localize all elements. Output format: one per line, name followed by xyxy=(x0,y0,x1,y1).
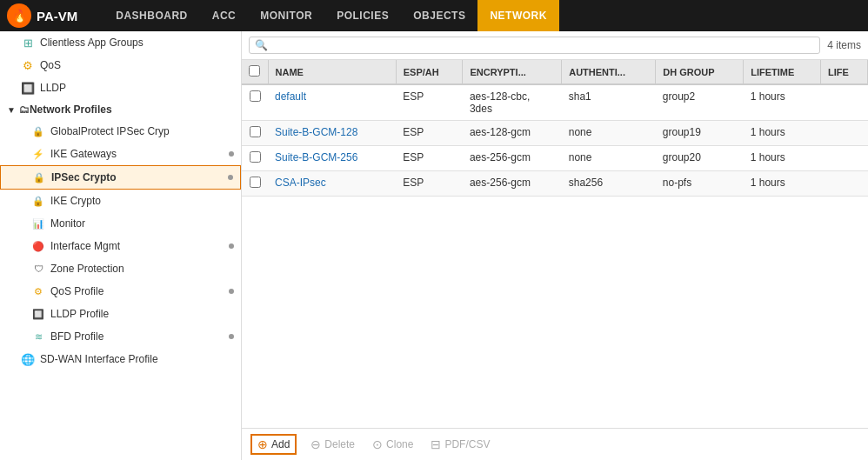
delete-button[interactable]: ⊖ Delete xyxy=(307,436,358,453)
sidebar-item-zone-protection[interactable]: 🛡 Zone Protection xyxy=(0,257,241,280)
row-checkbox-cell xyxy=(242,84,268,121)
sidebar-item-label: Clientless App Groups xyxy=(40,37,144,49)
nav-policies[interactable]: POLICIES xyxy=(324,0,401,31)
add-icon: ⊕ xyxy=(257,437,268,451)
table-row: Suite-B-GCM-128 ESP aes-128-gcm none gro… xyxy=(242,121,868,146)
row-life-0 xyxy=(820,84,867,121)
row-dhgroup-2: group20 xyxy=(656,146,744,171)
table-row: Suite-B-GCM-256 ESP aes-256-gcm none gro… xyxy=(242,146,868,171)
nav-objects[interactable]: OBJECTS xyxy=(401,0,477,31)
row-authentication-0: sha1 xyxy=(562,84,656,121)
sidebar-item-lldp-profile[interactable]: 🔲 LLDP Profile xyxy=(0,303,241,325)
clientless-app-groups-icon: ⊞ xyxy=(21,36,35,50)
col-encryption: ENCRYPTI... xyxy=(463,60,562,84)
clone-button[interactable]: ⊙ Clone xyxy=(369,436,417,453)
nav-network[interactable]: NETWORK xyxy=(477,0,559,31)
nav-dashboard[interactable]: DASHBOARD xyxy=(103,0,200,31)
content-header: 🔍 4 items xyxy=(242,31,868,60)
sidebar-item-label: IKE Crypto xyxy=(50,195,101,207)
monitor-icon: 📊 xyxy=(31,217,45,230)
row-checkbox-3[interactable] xyxy=(250,177,261,188)
row-checkbox-1[interactable] xyxy=(250,126,261,137)
sidebar: ⊞ Clientless App Groups ⚙ QoS 🔲 LLDP ▼ 🗂… xyxy=(0,31,242,460)
sidebar-item-ike-gateways[interactable]: ⚡ IKE Gateways xyxy=(0,143,241,165)
row-checkbox-cell xyxy=(242,121,268,146)
row-lifetime-3: 1 hours xyxy=(744,171,821,197)
row-encryption-3: aes-256-gcm xyxy=(463,171,562,197)
row-life-3 xyxy=(820,171,867,197)
qos-profile-icon: ⚙ xyxy=(31,284,45,298)
nav-acc[interactable]: ACC xyxy=(200,0,249,31)
sidebar-item-ike-crypto[interactable]: 🔒 IKE Crypto xyxy=(0,190,241,212)
clone-icon: ⊙ xyxy=(372,437,383,451)
sidebar-item-label: Interface Mgmt xyxy=(50,240,120,252)
table-row: CSA-IPsec ESP aes-256-gcm sha256 no-pfs … xyxy=(242,171,868,197)
add-button[interactable]: ⊕ Add xyxy=(250,434,297,455)
content-area: 🔍 4 items NAME ESP/AH ENCRYPTI... AUTHEN… xyxy=(242,31,868,460)
top-navigation: 🔥 PA-VM DASHBOARD ACC MONITOR POLICIES O… xyxy=(0,0,868,31)
sidebar-item-clientless-app-groups[interactable]: ⊞ Clientless App Groups xyxy=(0,31,241,54)
dot-indicator xyxy=(229,151,234,157)
row-espah-1: ESP xyxy=(396,121,463,146)
sidebar-item-qos[interactable]: ⚙ QoS xyxy=(0,54,241,77)
chevron-down-icon: ▼ xyxy=(7,105,16,115)
sdwan-icon: 🌐 xyxy=(21,352,35,366)
row-encryption-2: aes-256-gcm xyxy=(463,146,562,171)
sidebar-group-network-profiles[interactable]: ▼ 🗂 Network Profiles xyxy=(0,99,241,120)
table-container: NAME ESP/AH ENCRYPTI... AUTHENTI... DH G… xyxy=(242,60,868,428)
col-authentication: AUTHENTI... xyxy=(562,60,656,84)
search-box[interactable]: 🔍 xyxy=(249,37,820,54)
sidebar-item-sdwan-interface-profile[interactable]: 🌐 SD-WAN Interface Profile xyxy=(0,348,241,370)
table-header-row: NAME ESP/AH ENCRYPTI... AUTHENTI... DH G… xyxy=(242,60,868,84)
globalprotect-icon: 🔒 xyxy=(31,124,45,138)
col-name: NAME xyxy=(268,60,396,84)
dot-indicator xyxy=(229,243,234,249)
pdfcsv-icon: ⊟ xyxy=(431,437,441,451)
nav-monitor[interactable]: MONITOR xyxy=(248,0,324,31)
row-lifetime-2: 1 hours xyxy=(744,146,821,171)
app-logo: 🔥 PA-VM xyxy=(7,3,77,28)
row-espah-2: ESP xyxy=(396,146,463,171)
pdfcsv-button[interactable]: ⊟ PDF/CSV xyxy=(427,436,493,453)
lldp-icon: 🔲 xyxy=(21,81,35,95)
row-authentication-1: none xyxy=(562,121,656,146)
col-dhgroup: DH GROUP xyxy=(656,60,744,84)
logo-icon: 🔥 xyxy=(7,3,31,28)
col-espah: ESP/AH xyxy=(396,60,463,84)
row-checkbox-2[interactable] xyxy=(250,151,261,163)
sidebar-item-label: IPSec Crypto xyxy=(51,171,117,183)
row-encryption-1: aes-128-gcm xyxy=(463,121,562,146)
row-name-2[interactable]: Suite-B-GCM-256 xyxy=(268,146,396,171)
sidebar-item-bfd-profile[interactable]: ≋ BFD Profile xyxy=(0,325,241,348)
lldp-profile-icon: 🔲 xyxy=(31,307,45,321)
select-all-checkbox[interactable] xyxy=(249,65,260,77)
search-input[interactable] xyxy=(271,39,814,51)
row-life-2 xyxy=(820,146,867,171)
row-checkbox-cell xyxy=(242,146,268,171)
zone-protection-icon: 🛡 xyxy=(31,262,45,276)
sidebar-item-qos-profile[interactable]: ⚙ QoS Profile xyxy=(0,280,241,303)
sidebar-item-label: LLDP Profile xyxy=(50,308,109,320)
sidebar-item-ipsec-crypto[interactable]: 🔒 IPSec Crypto xyxy=(0,165,241,190)
sidebar-item-lldp[interactable]: 🔲 LLDP xyxy=(0,77,241,99)
sidebar-item-globalprotect-ipsec-crypto[interactable]: 🔒 GlobalProtect IPSec Cryp xyxy=(0,120,241,143)
row-espah-0: ESP xyxy=(396,84,463,121)
sidebar-item-label: GlobalProtect IPSec Cryp xyxy=(50,125,170,137)
ike-gateways-icon: ⚡ xyxy=(31,147,45,161)
network-profiles-icon: 🗂 xyxy=(19,103,30,116)
row-name-3[interactable]: CSA-IPsec xyxy=(268,171,396,197)
sidebar-item-label: IKE Gateways xyxy=(50,148,117,160)
row-dhgroup-3: no-pfs xyxy=(656,171,744,197)
sidebar-item-label: Monitor xyxy=(50,217,85,230)
bottom-toolbar: ⊕ Add ⊖ Delete ⊙ Clone ⊟ PDF/CSV xyxy=(242,428,868,460)
sidebar-item-monitor[interactable]: 📊 Monitor xyxy=(0,212,241,235)
sidebar-item-label: Zone Protection xyxy=(50,263,124,275)
sidebar-item-label: BFD Profile xyxy=(50,330,103,343)
row-checkbox-0[interactable] xyxy=(250,90,261,102)
row-name-0[interactable]: default xyxy=(268,84,396,121)
row-name-1[interactable]: Suite-B-GCM-128 xyxy=(268,121,396,146)
row-authentication-2: none xyxy=(562,146,656,171)
item-count: 4 items xyxy=(827,39,861,51)
row-lifetime-0: 1 hours xyxy=(744,84,821,121)
sidebar-item-interface-mgmt[interactable]: 🔴 Interface Mgmt xyxy=(0,235,241,257)
